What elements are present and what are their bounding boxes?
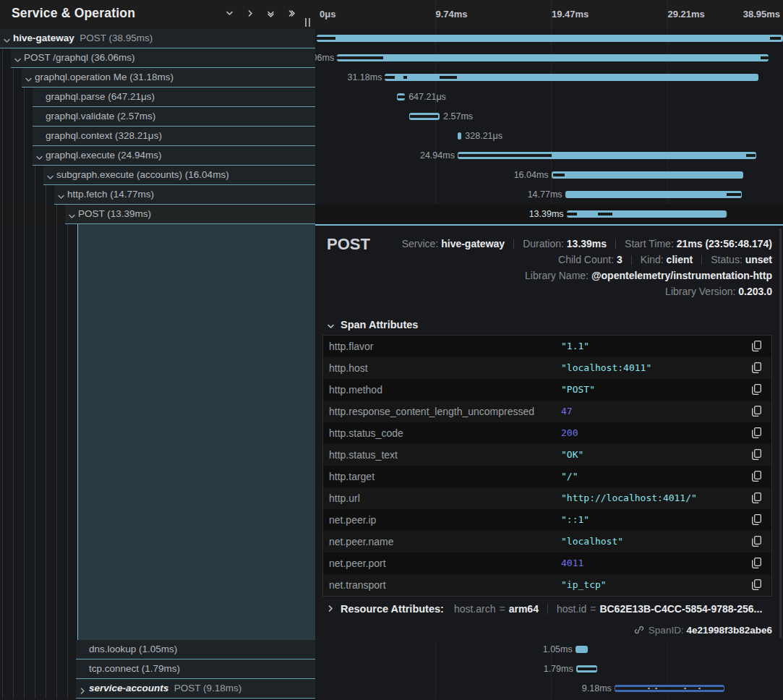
tree-chevron-right-icon[interactable] — [79, 685, 87, 693]
copy-icon[interactable] — [752, 492, 761, 503]
span-row-label[interactable]: graphql.context (328.21μs) — [0, 127, 315, 146]
span-bar[interactable] — [576, 665, 598, 673]
span-row-timeline[interactable]: 24.94ms — [315, 146, 783, 166]
span-row-label[interactable]: POST (13.39ms) — [0, 205, 315, 224]
attribute-row[interactable]: http.method"POST" — [323, 379, 771, 401]
span-bar[interactable] — [458, 132, 461, 140]
span-bar[interactable] — [317, 35, 783, 42]
attribute-row[interactable]: net.transport"ip_tcp" — [323, 574, 771, 596]
span-row-content[interactable]: POST (13.39ms) — [65, 205, 315, 224]
tree-chevron-down-icon[interactable] — [14, 54, 22, 62]
span-row-label[interactable]: graphql.validate (2.57ms) — [0, 107, 315, 127]
span-bar[interactable] — [615, 685, 724, 692]
span-row-timeline[interactable]: 328.21μs — [315, 127, 783, 146]
span-row-label[interactable]: POST /graphql (36.06ms) — [0, 48, 315, 68]
span-row-content[interactable]: POST /graphql (36.06ms) — [11, 48, 315, 68]
attribute-row[interactable]: http.response_content_length_uncompresse… — [323, 401, 771, 422]
ruler-tick-label: 9.74ms — [436, 9, 468, 20]
attribute-value: 47 — [561, 406, 573, 417]
tree-chevron-down-icon[interactable] — [3, 35, 11, 43]
attribute-row[interactable]: http.url"http://localhost:4011/" — [323, 487, 771, 509]
attribute-row[interactable]: http.target"/" — [323, 466, 771, 487]
copy-icon[interactable] — [752, 406, 761, 417]
span-row-timeline[interactable]: 2.57ms — [315, 107, 783, 127]
span-row-content[interactable]: http.fetch (14.77ms) — [54, 185, 315, 205]
copy-icon[interactable] — [752, 362, 761, 373]
span-row-content[interactable]: dns.lookup (1.05ms) — [76, 640, 315, 660]
span-bar[interactable] — [337, 54, 769, 61]
tree-chevron-down-icon[interactable] — [46, 171, 54, 179]
span-bar[interactable] — [565, 191, 743, 198]
attribute-row[interactable]: http.status_text"OK" — [323, 444, 771, 466]
span-row-label[interactable]: tcp.connect (1.79ms) — [0, 660, 315, 679]
indent-guide — [2, 224, 3, 640]
span-row-content[interactable]: graphql.operation Me (31.18ms) — [22, 68, 315, 88]
detail-scrollbar[interactable] — [779, 229, 782, 638]
span-row-label[interactable]: http.fetch (14.77ms) — [0, 185, 315, 205]
span-bar[interactable] — [385, 74, 758, 81]
span-row-label[interactable]: dns.lookup (1.05ms) — [0, 640, 315, 660]
span-row-timeline[interactable]: 9.18ms — [315, 679, 783, 699]
double-chevron-down-icon[interactable] — [267, 9, 277, 20]
attribute-row[interactable]: http.status_code200 — [323, 422, 771, 444]
span-bar[interactable] — [409, 113, 440, 120]
copy-icon[interactable] — [752, 579, 761, 590]
span-row-timeline[interactable]: 36.06ms — [315, 48, 783, 68]
attribute-row[interactable]: http.flavor"1.1" — [323, 336, 771, 357]
span-row-timeline[interactable]: 1.05ms — [315, 640, 783, 660]
span-row-content[interactable]: subgraph.execute (accounts) (16.04ms) — [43, 166, 315, 185]
span-bar[interactable] — [552, 171, 744, 179]
panel-resize-handle[interactable] — [305, 18, 310, 27]
copy-icon[interactable] — [752, 384, 761, 395]
span-row-timeline[interactable]: 13.39ms — [315, 205, 783, 224]
span-row-content[interactable]: hive-gateway POST (38.95ms) — [0, 29, 315, 48]
double-chevron-right-icon[interactable] — [287, 9, 297, 20]
chevron-down-icon[interactable] — [226, 9, 236, 20]
span-row-timeline[interactable]: 647.21μs — [315, 88, 783, 107]
span-row-label[interactable]: service-accounts POST (9.18ms) — [0, 679, 315, 699]
attribute-row[interactable]: net.peer.port4011 — [323, 552, 771, 574]
span-bar[interactable] — [397, 93, 405, 101]
tree-chevron-down-icon[interactable] — [68, 210, 76, 218]
copy-icon[interactable] — [752, 427, 761, 438]
span-row-content[interactable]: graphql.validate (2.57ms) — [33, 107, 315, 127]
span-row-content[interactable]: graphql.parse (647.21μs) — [33, 88, 315, 107]
span-id-label: SpanID: — [649, 625, 684, 636]
copy-icon[interactable] — [752, 449, 761, 460]
span-row-content[interactable]: tcp.connect (1.79ms) — [76, 660, 315, 679]
span-row-timeline[interactable]: 16.04ms — [315, 166, 783, 185]
span-row-content[interactable]: graphql.execute (24.94ms) — [33, 146, 315, 166]
attribute-value: "localhost:4011" — [561, 362, 651, 373]
attribute-row[interactable]: http.host"localhost:4011" — [323, 357, 771, 379]
span-row-timeline[interactable] — [315, 29, 783, 48]
span-row-timeline[interactable]: 14.77ms — [315, 185, 783, 205]
span-row-label[interactable]: graphql.parse (647.21μs) — [0, 88, 315, 107]
chevron-right-icon[interactable] — [247, 9, 257, 20]
copy-icon[interactable] — [752, 514, 761, 525]
resource-attributes-row[interactable]: Resource Attributes:host.arch=arm64host.… — [327, 603, 762, 619]
copy-icon[interactable] — [752, 558, 761, 568]
copy-icon[interactable] — [752, 341, 761, 351]
span-bar[interactable] — [458, 152, 756, 159]
span-bar[interactable] — [567, 210, 727, 218]
span-row-content[interactable]: graphql.context (328.21μs) — [33, 127, 315, 146]
attribute-row[interactable]: net.peer.name"localhost" — [323, 531, 771, 552]
span-bar[interactable] — [576, 646, 588, 653]
link-icon[interactable] — [634, 625, 644, 635]
span-row-timeline[interactable]: 1.79ms — [315, 660, 783, 679]
span-row-label[interactable]: graphql.execute (24.94ms) — [0, 146, 315, 166]
copy-icon[interactable] — [752, 471, 761, 482]
span-row-content[interactable]: service-accounts POST (9.18ms) — [76, 679, 315, 699]
attribute-row[interactable]: net.peer.ip"::1" — [323, 509, 771, 531]
span-row-timeline[interactable]: 31.18ms — [315, 68, 783, 88]
attribute-key: http.response_content_length_uncompresse… — [329, 406, 534, 417]
span-row-label[interactable]: hive-gateway POST (38.95ms) — [0, 29, 315, 48]
tree-chevron-down-icon[interactable] — [25, 74, 33, 82]
span-row-label[interactable]: graphql.operation Me (31.18ms) — [0, 68, 315, 88]
tree-chevron-down-icon[interactable] — [57, 191, 65, 199]
copy-icon[interactable] — [752, 536, 761, 547]
span-name: service-accounts POST (9.18ms) — [89, 683, 241, 693]
span-row-label[interactable]: subgraph.execute (accounts) (16.04ms) — [0, 166, 315, 185]
span-name: dns.lookup (1.05ms) — [89, 644, 177, 654]
tree-chevron-down-icon[interactable] — [35, 152, 43, 160]
